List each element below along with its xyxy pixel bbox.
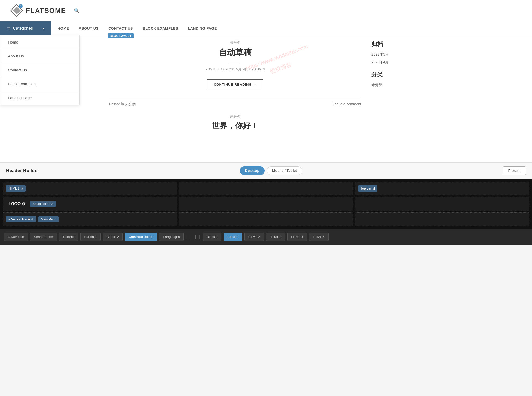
sidebar: 归档 2023年5月 2023年4月 分类 未分类 — [371, 40, 423, 131]
builder-cell-3-2 — [179, 212, 353, 226]
hamburger-icon: ≡ — [7, 25, 10, 31]
next-post-category: 未分类 — [109, 114, 361, 119]
presets-button[interactable]: Presets — [503, 166, 526, 175]
toolbar-block1[interactable]: Block 1 — [203, 233, 222, 241]
toolbar-search-form[interactable]: Search Form — [30, 233, 57, 241]
builder-cell-2-2 — [179, 197, 353, 211]
svg-text:3: 3 — [20, 5, 22, 8]
post-meta: POSTED ON 2023年5月14日 BY ADMIN — [109, 67, 361, 72]
nav-about[interactable]: ABOUT US — [78, 22, 100, 35]
dropdown-item-about[interactable]: About Us — [0, 49, 79, 63]
builder-cell-3-3 — [355, 212, 529, 226]
toolbar-block2[interactable]: Block 2 — [224, 233, 242, 241]
blog-layout-badge: BLOG LAYOUT — [108, 33, 134, 38]
builder-cell-2-3 — [355, 197, 529, 211]
post-title: 自动草稿 — [109, 47, 361, 58]
builder-cell-1-3: Top Bar M — [355, 182, 529, 195]
post-date-link[interactable]: 2023年5月14日 — [226, 67, 248, 71]
site-header: 3 FLATSOME 🔍 — [0, 0, 532, 21]
nav-home[interactable]: HOME — [57, 22, 70, 35]
categories-sidebar-title: 分类 — [371, 71, 423, 79]
vertical-menu-gear-icon: ⚙ — [31, 218, 34, 221]
builder-cell-1-1: HTML 1 ⚙ — [3, 182, 177, 195]
dropdown-item-home[interactable]: Home — [0, 35, 79, 49]
blog-post-1: 未分类 自动草稿 POSTED ON 2023年5月14日 BY ADMIN C… — [109, 40, 361, 107]
builder-row-1: HTML 1 ⚙ Top Bar M — [3, 182, 529, 195]
posted-in-link[interactable]: 未分类 — [125, 102, 136, 106]
separator-1: | — [186, 234, 188, 239]
search-icon-chip[interactable]: Search Icon ⚙ — [30, 201, 56, 207]
main-menu-chip[interactable]: Main Menu — [38, 216, 59, 222]
toolbar-html2[interactable]: HTML 2 — [244, 233, 264, 241]
logo-text: FLATSOME — [26, 7, 66, 15]
logo-chip[interactable]: LOGO ⚙ — [6, 200, 28, 208]
categories-dropdown: Home About Us Contact Us Block Examples … — [0, 35, 80, 105]
header-builder-titlebar: Header Builder Desktop Mobile / Tablet P… — [0, 163, 532, 179]
header-builder-panel: Header Builder Desktop Mobile / Tablet P… — [0, 162, 532, 245]
header-search-icon[interactable]: 🔍 — [74, 8, 79, 13]
builder-row-3: ≡ Vertical Menu ⚙ Main Menu — [3, 212, 529, 226]
dropdown-item-contact[interactable]: Contact Us — [0, 63, 79, 77]
category-link-uncategorized[interactable]: 未分类 — [371, 83, 423, 87]
archive-title: 归档 — [371, 40, 423, 48]
html1-gear-icon: ⚙ — [21, 187, 23, 190]
search-icon-gear: ⚙ — [50, 202, 53, 206]
builder-cell-3-1: ≡ Vertical Menu ⚙ Main Menu — [3, 212, 177, 226]
dropdown-item-landing[interactable]: Landing Page — [0, 91, 79, 105]
builder-cell-1-2 — [179, 182, 353, 195]
main-content: 未分类 自动草稿 POSTED ON 2023年5月14日 BY ADMIN C… — [99, 35, 433, 136]
vertical-menu-chip[interactable]: ≡ Vertical Menu ⚙ — [6, 216, 36, 222]
next-post-title: 世界，你好！ — [109, 120, 361, 131]
topbar-chip[interactable]: Top Bar M — [358, 185, 377, 192]
nav-landing[interactable]: LANDING PAGE — [187, 22, 218, 35]
html1-chip[interactable]: HTML 1 ⚙ — [6, 185, 26, 192]
site-navigation: ≡ Categories ▾ HOME ABOUT US CONTACT US … — [0, 21, 532, 35]
header-builder-title: Header Builder — [6, 168, 39, 174]
nav-block[interactable]: BLOCK EXAMPLES — [142, 22, 179, 35]
leave-comment-link[interactable]: Leave a comment — [333, 102, 361, 107]
separator-4: | — [199, 234, 201, 239]
toolbar-checkout-button[interactable]: Checkout Button — [125, 233, 157, 241]
builder-cell-2-1: LOGO ⚙ Search Icon ⚙ — [3, 197, 177, 211]
view-toggle-group: Desktop Mobile / Tablet — [240, 166, 302, 175]
toolbar-html4[interactable]: HTML 4 — [287, 233, 307, 241]
post-author-link[interactable]: ADMIN — [254, 67, 265, 71]
post-footer: Posted in 未分类 Leave a comment — [109, 98, 361, 107]
separator-3: | — [194, 234, 197, 239]
toolbar-html5[interactable]: HTML 5 — [309, 233, 329, 241]
toolbar-contact[interactable]: Contact — [59, 233, 78, 241]
separator-2: | — [190, 234, 192, 239]
mobile-tablet-view-button[interactable]: Mobile / Tablet — [267, 166, 302, 175]
logo-gear-icon: ⚙ — [22, 202, 25, 206]
content-area: 未分类 自动草稿 POSTED ON 2023年5月14日 BY ADMIN C… — [109, 40, 361, 131]
site-logo[interactable]: 3 FLATSOME — [10, 4, 66, 17]
post-divider — [230, 63, 240, 63]
logo-diamond-icon: 3 — [10, 4, 23, 17]
nav-links: HOME ABOUT US CONTACT US BLOG LAYOUT BLO… — [51, 21, 223, 35]
nav-contact[interactable]: CONTACT US BLOG LAYOUT — [107, 22, 134, 35]
builder-grid: HTML 1 ⚙ Top Bar M LOGO ⚙ Search Icon ⚙ — [0, 179, 532, 229]
toolbar-html3[interactable]: HTML 3 — [266, 233, 286, 241]
archive-link-apr[interactable]: 2023年4月 — [371, 60, 423, 65]
builder-row-2: LOGO ⚙ Search Icon ⚙ — [3, 197, 529, 211]
post-category: 未分类 — [109, 40, 361, 45]
next-post-preview: 未分类 世界，你好！ — [109, 114, 361, 131]
toolbar-nav-icon[interactable]: ≡ Nav Icon — [4, 233, 28, 241]
posted-in-label: Posted in 未分类 — [109, 102, 136, 107]
bottom-toolbar: ≡ Nav Icon Search Form Contact Button 1 … — [0, 229, 532, 245]
desktop-view-button[interactable]: Desktop — [240, 166, 265, 175]
logo-chip-text: LOGO — [8, 202, 21, 206]
chevron-down-icon: ▾ — [42, 26, 44, 30]
continue-reading-button[interactable]: CONTINUE READING → — [207, 79, 263, 90]
categories-button[interactable]: ≡ Categories ▾ — [0, 21, 51, 35]
categories-label: Categories — [13, 26, 33, 31]
archive-link-may[interactable]: 2023年5月 — [371, 52, 423, 57]
website-preview: 3 FLATSOME 🔍 ≡ Categories ▾ HOME ABOUT U… — [0, 0, 532, 162]
toolbar-languages[interactable]: Languages — [159, 233, 183, 241]
toolbar-button2[interactable]: Button 2 — [103, 233, 123, 241]
dropdown-item-block[interactable]: Block Examples — [0, 77, 79, 91]
toolbar-button1[interactable]: Button 1 — [80, 233, 100, 241]
